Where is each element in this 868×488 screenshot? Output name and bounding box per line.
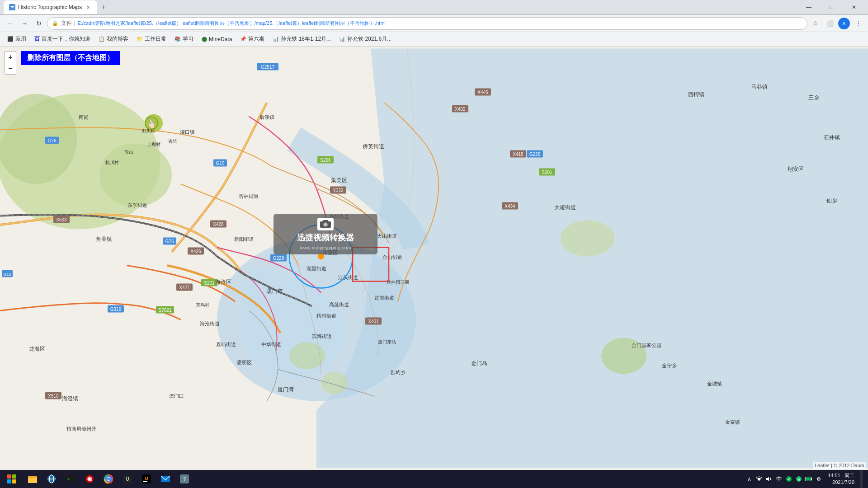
tray-expand-icon[interactable]: ∧ xyxy=(745,475,753,483)
svg-point-4 xyxy=(99,144,172,207)
bookmark-study[interactable]: 📚 学习 xyxy=(171,33,197,45)
bookmark-baidu-label: 百度一下，你就知道 xyxy=(42,35,90,43)
bookmark-apps[interactable]: ⬛ 应用 xyxy=(4,33,30,45)
svg-text:龙海区: 龙海区 xyxy=(29,346,45,352)
maximize-button[interactable]: □ xyxy=(821,0,842,15)
lock-icon: 🔒 xyxy=(52,20,58,26)
tab-title: Historic Topographic Maps xyxy=(18,4,82,10)
map-attribution: Leaflet | © 2012 Daum xyxy=(813,462,866,469)
extensions-button[interactable]: ⬜ xyxy=(824,17,836,30)
svg-text:招商局漳州开: 招商局漳州开 xyxy=(66,426,96,432)
svg-text:G2517: G2517 xyxy=(261,65,274,70)
bookmark-sun1[interactable]: 📊 孙允轶 18年1-12月... xyxy=(269,33,335,45)
network-icon[interactable] xyxy=(755,475,763,483)
wechat-icon[interactable]: 微 xyxy=(795,475,802,483)
tab-close-button[interactable]: ✕ xyxy=(85,4,92,11)
taskbar-app-unknown[interactable]: ? xyxy=(175,470,193,488)
bookmark-sun2[interactable]: 📊 孙允轶 2021.6月... xyxy=(335,33,395,45)
svg-text:软件园三期: 软件园三期 xyxy=(387,280,409,285)
svg-text:梧村街道: 梧村街道 xyxy=(316,313,336,319)
bookmark-baidu[interactable]: 百 百度一下，你就知道 xyxy=(31,33,94,45)
window-controls: — □ ✕ xyxy=(798,0,864,15)
zoom-in-button[interactable]: + xyxy=(5,51,16,63)
svg-text:Y322: Y322 xyxy=(333,188,344,193)
svg-text:莲前街道: 莲前街道 xyxy=(374,295,394,300)
svg-text:U: U xyxy=(126,477,129,482)
svg-text:金门国家公园: 金门国家公园 xyxy=(632,343,661,348)
svg-text:X401: X401 xyxy=(368,319,379,324)
taskbar-app-explorer[interactable] xyxy=(24,470,42,488)
forward-button[interactable]: → xyxy=(18,17,31,30)
volume-icon[interactable] xyxy=(765,475,773,483)
new-tab-button[interactable]: + xyxy=(97,1,110,14)
star-button[interactable]: ☆ xyxy=(809,17,822,30)
svg-rect-117 xyxy=(323,220,328,222)
bookmark-minedata[interactable]: ⬤ MineData xyxy=(198,34,236,44)
bookmark-apps-label: 应用 xyxy=(15,35,26,43)
svg-text:东坞村: 东坞村 xyxy=(196,302,209,307)
svg-text:侨英街道: 侨英街道 xyxy=(363,143,384,150)
taskbar-app-chrome[interactable] xyxy=(99,470,118,488)
back-button[interactable]: ← xyxy=(4,17,16,30)
battery-icon[interactable] xyxy=(805,475,812,483)
svg-text:S201: S201 xyxy=(204,281,215,286)
svg-text:IJ: IJ xyxy=(145,476,148,481)
svg-text:S201: S201 xyxy=(542,170,552,175)
taskbar-app-terminal[interactable]: >_ xyxy=(61,470,80,488)
svg-point-133 xyxy=(107,478,110,480)
svg-point-109 xyxy=(145,117,158,130)
windows-logo xyxy=(7,474,16,483)
input-method-cn-icon[interactable]: 中 xyxy=(775,475,783,483)
svg-text:后溪镇: 后溪镇 xyxy=(259,114,274,120)
bookmark-blog[interactable]: 📋 我的博客 xyxy=(95,33,132,45)
delete-layers-button[interactable]: 删除所有图层（不含地图） xyxy=(21,51,120,65)
taskbar-app-email[interactable] xyxy=(156,470,175,488)
display-icon[interactable] xyxy=(815,475,822,483)
show-desktop-button[interactable] xyxy=(860,470,863,488)
svg-point-116 xyxy=(324,223,327,226)
svg-text:金城镇: 金城镇 xyxy=(707,381,722,386)
sixth-icon: 📌 xyxy=(240,36,246,42)
taskbar-app-unity[interactable]: U xyxy=(118,470,137,488)
close-button[interactable]: ✕ xyxy=(844,0,864,15)
baidu-icon: 百 xyxy=(34,35,40,43)
url-text: E:/csdn博客/地图之家/leaflet篇/25.（leaflet篇）lea… xyxy=(77,20,386,27)
security-icon[interactable]: ✓ xyxy=(785,475,793,483)
taskbar-app-antivirus[interactable]: 毒 xyxy=(80,470,99,488)
svg-text:前山: 前山 xyxy=(124,150,133,155)
zoom-out-button[interactable]: − xyxy=(5,63,16,75)
taskbar-clock[interactable]: 14:51 周二 2021/7/20 xyxy=(824,472,858,486)
svg-text:灌口镇: 灌口镇 xyxy=(180,129,195,135)
svg-rect-147 xyxy=(811,478,812,480)
svg-text:G228: G228 xyxy=(273,256,284,261)
svg-text:天山街道: 天山街道 xyxy=(377,233,397,239)
active-tab[interactable]: 🗺 Historic Topographic Maps ✕ xyxy=(4,0,97,14)
file-label: 文件 | xyxy=(61,19,75,27)
taskbar-app-idea[interactable]: IJ xyxy=(137,470,156,488)
svg-text:海沧街道: 海沧街道 xyxy=(200,321,220,326)
address-bar[interactable]: 🔒 文件 | E:/csdn博客/地图之家/leaflet篇/25.（leafl… xyxy=(47,17,807,30)
minimize-button[interactable]: — xyxy=(798,0,819,15)
svg-text:三乡: 三乡 xyxy=(808,94,819,101)
taskbar-date-display: 2021/7/20 xyxy=(828,479,854,486)
svg-text:大嶝街道: 大嶝街道 xyxy=(554,204,576,211)
map-area[interactable]: G2517 G76 G76 G15 S206 Y322 X445 xyxy=(0,47,868,470)
refresh-button[interactable]: ↻ xyxy=(33,17,45,30)
bookmark-blog-label: 我的博客 xyxy=(107,35,128,43)
bookmark-sixth[interactable]: 📌 第六期 xyxy=(236,33,268,45)
taskbar-app-ie[interactable] xyxy=(42,470,61,488)
apps-grid-icon: ⬛ xyxy=(7,36,14,42)
menu-button[interactable]: ⋮ xyxy=(852,17,864,30)
svg-text:西柯镇: 西柯镇 xyxy=(688,91,704,98)
svg-text:G319: G319 xyxy=(110,307,122,312)
taskbar-apps: >_ 毒 xyxy=(24,470,193,488)
start-button[interactable] xyxy=(2,470,22,488)
sun2-icon: 📊 xyxy=(339,36,345,42)
svg-text:角美镇: 角美镇 xyxy=(96,236,112,242)
map-controls: + − xyxy=(5,51,16,75)
svg-text:G76: G76 xyxy=(165,239,174,244)
svg-text:G228: G228 xyxy=(529,152,541,157)
svg-text:烈屿乡: 烈屿乡 xyxy=(391,370,406,375)
profile-button[interactable]: A xyxy=(838,18,850,29)
bookmark-work[interactable]: 📁 工作日常 xyxy=(133,33,170,45)
